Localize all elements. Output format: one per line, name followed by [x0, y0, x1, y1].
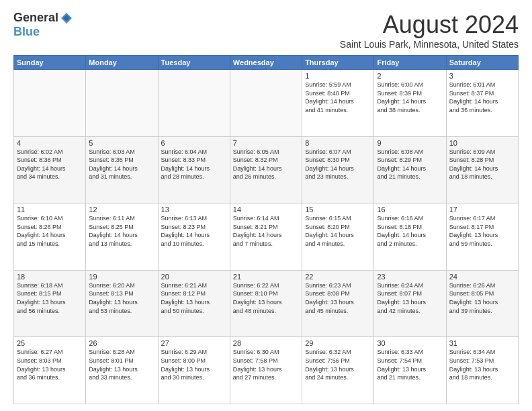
calendar-cell: 16Sunrise: 6:16 AM Sunset: 8:18 PM Dayli… [374, 203, 446, 271]
calendar-cell: 8Sunrise: 6:07 AM Sunset: 8:30 PM Daylig… [302, 136, 374, 203]
calendar-row-4: 25Sunrise: 6:27 AM Sunset: 8:03 PM Dayli… [14, 337, 519, 404]
calendar-header-wednesday: Wednesday [230, 56, 302, 70]
calendar-cell: 25Sunrise: 6:27 AM Sunset: 8:03 PM Dayli… [14, 337, 86, 404]
day-info: Sunrise: 6:27 AM Sunset: 8:03 PM Dayligh… [17, 348, 83, 381]
calendar-row-2: 11Sunrise: 6:10 AM Sunset: 8:26 PM Dayli… [14, 203, 519, 271]
day-number: 19 [89, 273, 154, 281]
day-info: Sunrise: 6:16 AM Sunset: 8:18 PM Dayligh… [377, 214, 443, 248]
calendar-cell: 6Sunrise: 6:04 AM Sunset: 8:33 PM Daylig… [158, 136, 230, 203]
day-info: Sunrise: 6:15 AM Sunset: 8:20 PM Dayligh… [305, 214, 371, 248]
month-title: August 2024 [340, 11, 519, 39]
day-info: Sunrise: 6:05 AM Sunset: 8:32 PM Dayligh… [233, 148, 299, 181]
calendar-cell: 10Sunrise: 6:09 AM Sunset: 8:28 PM Dayli… [446, 136, 518, 203]
page: General Blue August 2024 Saint Louis Par… [0, 0, 532, 411]
calendar-cell: 21Sunrise: 6:22 AM Sunset: 8:10 PM Dayli… [230, 270, 302, 337]
calendar-cell: 24Sunrise: 6:26 AM Sunset: 8:05 PM Dayli… [446, 270, 518, 337]
day-info: Sunrise: 6:34 AM Sunset: 7:53 PM Dayligh… [449, 348, 515, 381]
day-info: Sunrise: 6:30 AM Sunset: 7:58 PM Dayligh… [233, 348, 299, 381]
day-info: Sunrise: 6:09 AM Sunset: 8:28 PM Dayligh… [449, 148, 515, 181]
day-info: Sunrise: 6:17 AM Sunset: 8:17 PM Dayligh… [449, 214, 515, 248]
day-number: 17 [449, 205, 515, 214]
day-number: 16 [377, 205, 443, 214]
location-title: Saint Louis Park, Minnesota, United Stat… [340, 39, 519, 50]
calendar-header-sunday: Sunday [14, 56, 86, 70]
day-info: Sunrise: 6:24 AM Sunset: 8:07 PM Dayligh… [377, 281, 443, 315]
calendar-header-thursday: Thursday [302, 56, 374, 70]
calendar-cell: 27Sunrise: 6:29 AM Sunset: 8:00 PM Dayli… [158, 337, 230, 404]
day-info: Sunrise: 6:04 AM Sunset: 8:33 PM Dayligh… [161, 148, 227, 181]
day-info: Sunrise: 6:23 AM Sunset: 8:08 PM Dayligh… [305, 281, 371, 315]
calendar-cell: 30Sunrise: 6:33 AM Sunset: 7:54 PM Dayli… [374, 337, 446, 404]
calendar-cell: 11Sunrise: 6:10 AM Sunset: 8:26 PM Dayli… [14, 203, 86, 271]
day-info: Sunrise: 6:03 AM Sunset: 8:35 PM Dayligh… [89, 148, 154, 181]
calendar-cell: 17Sunrise: 6:17 AM Sunset: 8:17 PM Dayli… [446, 203, 518, 271]
calendar-cell: 2Sunrise: 6:00 AM Sunset: 8:39 PM Daylig… [374, 70, 446, 137]
day-number: 27 [161, 339, 227, 347]
day-info: Sunrise: 5:59 AM Sunset: 8:40 PM Dayligh… [305, 81, 371, 114]
day-number: 24 [449, 273, 515, 281]
day-number: 21 [233, 273, 299, 281]
day-number: 14 [233, 205, 299, 214]
calendar-row-3: 18Sunrise: 6:18 AM Sunset: 8:15 PM Dayli… [14, 270, 519, 337]
day-info: Sunrise: 6:28 AM Sunset: 8:01 PM Dayligh… [89, 348, 154, 381]
calendar-header-saturday: Saturday [446, 56, 518, 70]
day-number: 5 [89, 139, 154, 147]
day-info: Sunrise: 6:20 AM Sunset: 8:13 PM Dayligh… [89, 281, 154, 315]
calendar-cell: 7Sunrise: 6:05 AM Sunset: 8:32 PM Daylig… [230, 136, 302, 203]
title-area: August 2024 Saint Louis Park, Minnesota,… [340, 11, 519, 50]
calendar-table: SundayMondayTuesdayWednesdayThursdayFrid… [13, 55, 519, 404]
calendar-cell: 13Sunrise: 6:13 AM Sunset: 8:23 PM Dayli… [158, 203, 230, 271]
calendar-cell: 1Sunrise: 5:59 AM Sunset: 8:40 PM Daylig… [302, 70, 374, 137]
day-number: 8 [305, 139, 371, 147]
calendar-header-monday: Monday [86, 56, 158, 70]
calendar-cell: 3Sunrise: 6:01 AM Sunset: 8:37 PM Daylig… [446, 70, 518, 137]
day-number: 7 [233, 139, 299, 147]
calendar-cell: 26Sunrise: 6:28 AM Sunset: 8:01 PM Dayli… [86, 337, 158, 404]
day-number: 26 [89, 339, 154, 347]
calendar-cell: 19Sunrise: 6:20 AM Sunset: 8:13 PM Dayli… [86, 270, 158, 337]
day-info: Sunrise: 6:18 AM Sunset: 8:15 PM Dayligh… [17, 281, 83, 315]
day-info: Sunrise: 6:02 AM Sunset: 8:36 PM Dayligh… [17, 148, 83, 181]
calendar-cell: 28Sunrise: 6:30 AM Sunset: 7:58 PM Dayli… [230, 337, 302, 404]
day-number: 29 [305, 339, 371, 347]
calendar-cell: 14Sunrise: 6:14 AM Sunset: 8:21 PM Dayli… [230, 203, 302, 271]
logo-general: General [13, 11, 58, 25]
calendar-header-row: SundayMondayTuesdayWednesdayThursdayFrid… [14, 56, 519, 70]
day-info: Sunrise: 6:14 AM Sunset: 8:21 PM Dayligh… [233, 214, 299, 248]
day-number: 12 [89, 205, 154, 214]
day-info: Sunrise: 6:00 AM Sunset: 8:39 PM Dayligh… [377, 81, 443, 114]
day-info: Sunrise: 6:07 AM Sunset: 8:30 PM Dayligh… [305, 148, 371, 181]
calendar-cell: 23Sunrise: 6:24 AM Sunset: 8:07 PM Dayli… [374, 270, 446, 337]
day-number: 9 [377, 139, 443, 147]
calendar-cell: 9Sunrise: 6:08 AM Sunset: 8:29 PM Daylig… [374, 136, 446, 203]
calendar-cell: 20Sunrise: 6:21 AM Sunset: 8:12 PM Dayli… [158, 270, 230, 337]
logo-icon [60, 11, 73, 25]
day-info: Sunrise: 6:01 AM Sunset: 8:37 PM Dayligh… [449, 81, 515, 114]
calendar-cell: 4Sunrise: 6:02 AM Sunset: 8:36 PM Daylig… [14, 136, 86, 203]
day-info: Sunrise: 6:32 AM Sunset: 7:56 PM Dayligh… [305, 348, 371, 381]
day-info: Sunrise: 6:08 AM Sunset: 8:29 PM Dayligh… [377, 148, 443, 181]
day-info: Sunrise: 6:33 AM Sunset: 7:54 PM Dayligh… [377, 348, 443, 381]
day-number: 22 [305, 273, 371, 281]
day-number: 15 [305, 205, 371, 214]
header: General Blue August 2024 Saint Louis Par… [13, 11, 519, 50]
calendar-header-friday: Friday [374, 56, 446, 70]
calendar-row-0: 1Sunrise: 5:59 AM Sunset: 8:40 PM Daylig… [14, 70, 519, 137]
day-info: Sunrise: 6:26 AM Sunset: 8:05 PM Dayligh… [449, 281, 515, 315]
logo-blue: Blue [13, 25, 40, 39]
day-number: 28 [233, 339, 299, 347]
calendar-cell [14, 70, 86, 137]
calendar-cell: 22Sunrise: 6:23 AM Sunset: 8:08 PM Dayli… [302, 270, 374, 337]
logo: General Blue [13, 11, 73, 39]
day-number: 11 [17, 205, 83, 214]
calendar-row-1: 4Sunrise: 6:02 AM Sunset: 8:36 PM Daylig… [14, 136, 519, 203]
day-number: 30 [377, 339, 443, 347]
day-number: 20 [161, 273, 227, 281]
calendar-cell: 15Sunrise: 6:15 AM Sunset: 8:20 PM Dayli… [302, 203, 374, 271]
day-number: 10 [449, 139, 515, 147]
day-number: 3 [449, 72, 515, 80]
calendar-cell [86, 70, 158, 137]
day-number: 25 [17, 339, 83, 347]
day-number: 13 [161, 205, 227, 214]
day-info: Sunrise: 6:10 AM Sunset: 8:26 PM Dayligh… [17, 214, 83, 248]
